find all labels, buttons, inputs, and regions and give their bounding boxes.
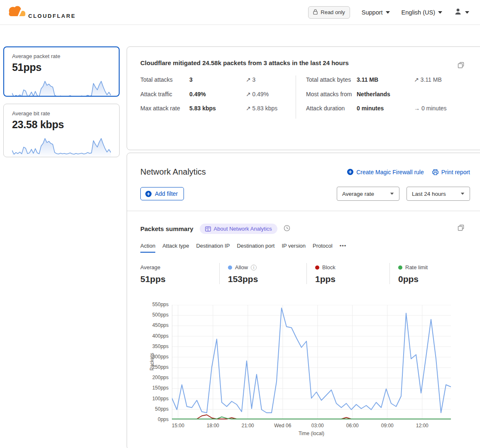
tab-destination-ip[interactable]: Destination IP bbox=[196, 243, 230, 253]
packets-summary-section: Packets summary About Network Analytics … bbox=[127, 211, 480, 442]
card-value: 23.58 kbps bbox=[12, 119, 111, 131]
plus-circle-icon bbox=[347, 169, 353, 175]
tab-ip-version[interactable]: IP version bbox=[282, 243, 306, 253]
support-label: Support bbox=[362, 9, 383, 16]
x-axis-tick: 03:00 bbox=[305, 423, 330, 429]
x-axis-title: Time (local) bbox=[172, 431, 451, 436]
stat-most-attacks-from: Most attacks from Netherlands bbox=[306, 90, 464, 99]
y-axis-tick: 200pps bbox=[152, 375, 169, 380]
tab-more[interactable]: ••• bbox=[340, 243, 347, 253]
language-menu[interactable]: English (US) bbox=[402, 9, 442, 16]
card-label: Average packet rate bbox=[12, 53, 111, 59]
tab-protocol[interactable]: Protocol bbox=[313, 243, 333, 253]
create-magic-firewall-rule-link[interactable]: Create Magic Firewall rule bbox=[347, 169, 424, 175]
card-average-packet-rate[interactable]: Average packet rate 51pps bbox=[3, 46, 120, 97]
y-axis-tick: 150pps bbox=[152, 385, 169, 391]
network-analytics-panel: Network Analytics Create Magic Firewall … bbox=[127, 153, 480, 448]
top-navigation: CLOUDFLARE Read only Support English (US… bbox=[0, 0, 480, 25]
chevron-down-icon bbox=[390, 192, 394, 195]
stat-allow: Allow i 153pps bbox=[219, 263, 306, 284]
chart-plot-area bbox=[172, 305, 451, 420]
y-axis-tick: 400pps bbox=[152, 333, 169, 339]
y-axis-tick: 50pps bbox=[155, 406, 169, 412]
x-axis-tick: 18:00 bbox=[201, 423, 225, 429]
printer-icon bbox=[432, 169, 438, 175]
card-average-bit-rate[interactable]: Average bit rate 23.58 kbps bbox=[3, 104, 120, 157]
stat-rate-limit: Rate limit 0pps bbox=[389, 263, 477, 284]
tab-attack-type[interactable]: Attack type bbox=[162, 243, 189, 253]
trend-up-value: ↗ 3 bbox=[246, 75, 296, 85]
allow-dot-icon bbox=[228, 265, 232, 270]
metric-select[interactable]: Average rate bbox=[337, 187, 399, 201]
book-icon bbox=[205, 226, 211, 231]
account-menu[interactable] bbox=[454, 7, 469, 17]
cloudflare-logo[interactable]: CLOUDFLARE bbox=[6, 4, 76, 21]
support-menu[interactable]: Support bbox=[362, 9, 390, 16]
block-dot-icon bbox=[315, 265, 319, 270]
main-content: Cloudflare mitigated 24.58k packets from… bbox=[127, 46, 480, 448]
info-icon[interactable]: i bbox=[251, 265, 257, 270]
history-clock-icon[interactable] bbox=[284, 225, 290, 233]
x-axis: 15:0018:0021:00Wed 0603:0006:0009:0012:0… bbox=[172, 423, 451, 429]
stat-total-attacks: Total attacks 3 ↗ 3 bbox=[140, 75, 296, 85]
trend-up-value: ↗ 3.11 MB bbox=[414, 75, 464, 85]
card-value: 51pps bbox=[12, 61, 111, 73]
card-label: Average bit rate bbox=[12, 110, 111, 117]
trend-flat-value: → 0 minutes bbox=[414, 104, 464, 113]
stat-total-attack-bytes: Total attack bytes 3.11 MB ↗ 3.11 MB bbox=[306, 75, 464, 85]
about-network-analytics-badge[interactable]: About Network Analytics bbox=[200, 224, 277, 234]
trend-up-value: ↗ 5.83 kbps bbox=[246, 104, 296, 113]
x-axis-tick: 21:00 bbox=[235, 423, 260, 429]
packets-summary-title: Packets summary bbox=[140, 225, 193, 232]
x-axis-tick: 06:00 bbox=[340, 423, 365, 429]
y-axis-tick: 500pps bbox=[152, 312, 169, 318]
stat-attack-traffic: Attack traffic 0.49% ↗ 0.49% bbox=[140, 90, 296, 99]
trend-up-value: ↗ 0.49% bbox=[246, 90, 296, 99]
stat-max-attack-rate: Max attack rate 5.83 kbps ↗ 5.83 kbps bbox=[140, 104, 296, 113]
rate-limit-dot-icon bbox=[398, 265, 402, 270]
y-axis-tick: 0pps bbox=[158, 416, 169, 422]
y-axis-tick: 300pps bbox=[152, 354, 169, 360]
legend-stats-row: Average 51pps Allow i 153pps bbox=[140, 263, 470, 284]
read-only-badge: Read only bbox=[308, 6, 350, 19]
y-axis-tick: 350pps bbox=[152, 343, 169, 349]
chevron-down-icon bbox=[438, 11, 442, 14]
plus-circle-icon bbox=[145, 191, 152, 197]
stat-block: Block 1pps bbox=[306, 263, 389, 284]
network-analytics-header-section: Network Analytics Create Magic Firewall … bbox=[127, 153, 480, 211]
add-filter-button[interactable]: Add filter bbox=[140, 187, 184, 200]
tab-destination-port[interactable]: Destination port bbox=[237, 243, 274, 253]
language-label: English (US) bbox=[402, 9, 435, 16]
mitigation-summary-panel: Cloudflare mitigated 24.58k packets from… bbox=[127, 46, 480, 150]
y-axis: 550pps500pps450pps400pps350pps300pps250p… bbox=[140, 305, 169, 420]
page-title: Network Analytics bbox=[140, 167, 206, 177]
x-axis-tick: 12:00 bbox=[410, 423, 435, 429]
metric-cards-column: Average packet rate 51pps Average bit ra… bbox=[3, 46, 120, 164]
user-icon bbox=[454, 7, 462, 17]
x-axis-tick: 15:00 bbox=[166, 423, 191, 429]
y-axis-tick: 550pps bbox=[152, 302, 169, 307]
stat-attack-duration: Attack duration 0 minutes → 0 minutes bbox=[306, 104, 464, 113]
y-axis-tick: 250pps bbox=[152, 364, 169, 370]
copy-icon[interactable] bbox=[458, 224, 464, 233]
y-axis-tick: 450pps bbox=[152, 322, 169, 328]
y-axis-tick: 100pps bbox=[152, 396, 169, 402]
packets-time-series-chart: Packets 550pps500pps450pps400pps350pps30… bbox=[140, 305, 470, 442]
attack-stats-left: Total attacks 3 ↗ 3 Attack traffic 0.49%… bbox=[140, 75, 296, 119]
x-axis-tick: Wed 06 bbox=[270, 423, 295, 429]
lock-icon bbox=[313, 9, 318, 16]
mitigation-summary-title: Cloudflare mitigated 24.58k packets from… bbox=[140, 59, 464, 66]
chevron-down-icon bbox=[465, 11, 469, 14]
chevron-down-icon bbox=[386, 11, 390, 14]
print-report-link[interactable]: Print report bbox=[432, 169, 470, 175]
packet-rate-sparkline bbox=[12, 76, 111, 97]
chevron-down-icon bbox=[461, 192, 465, 195]
time-range-select[interactable]: Last 24 hours bbox=[407, 187, 470, 201]
copy-icon[interactable] bbox=[458, 62, 464, 70]
dimension-tabs: Action Attack type Destination IP Destin… bbox=[140, 243, 470, 253]
cloudflare-cloud-icon bbox=[6, 4, 27, 21]
bit-rate-sparkline bbox=[12, 133, 111, 157]
x-axis-tick: 09:00 bbox=[375, 423, 400, 429]
brand-wordmark: CLOUDFLARE bbox=[28, 13, 76, 21]
tab-action[interactable]: Action bbox=[140, 243, 155, 253]
